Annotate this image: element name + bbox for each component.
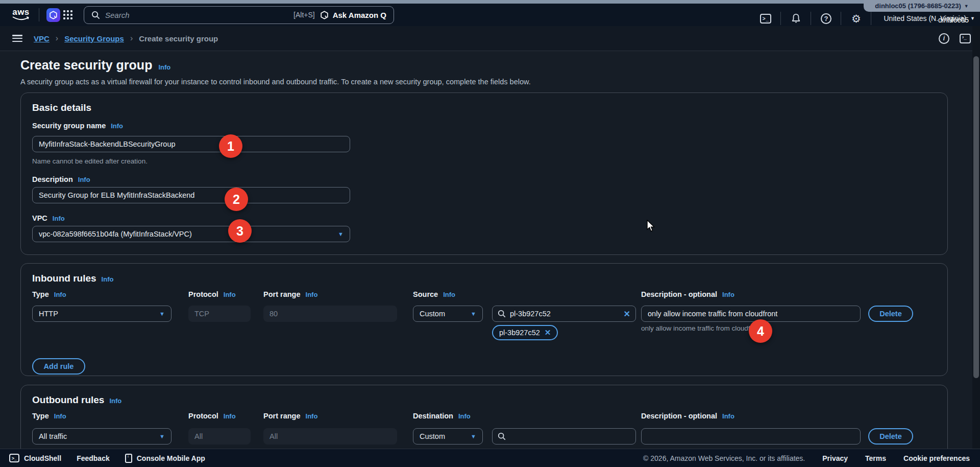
outbound-description-input[interactable] (641, 428, 861, 445)
chevron-right-icon: › (56, 34, 58, 43)
top-navigation: aws [ (0, 0, 980, 26)
page-title: Create security group (20, 58, 152, 73)
ask-amazon-q-button[interactable]: Ask Amazon Q (320, 11, 386, 19)
divider (780, 12, 781, 25)
mobile-app-icon (125, 454, 132, 463)
settings-gear-icon[interactable]: ⚙ (848, 11, 864, 26)
outbound-port-info-link[interactable]: Info (306, 412, 318, 420)
step-badge-3: 3 (228, 219, 252, 243)
amazon-q-icon (320, 11, 329, 19)
page-subtitle: A security group acts as a virtual firew… (20, 78, 531, 86)
step-badge-1: 1 (219, 134, 242, 158)
inbound-source-search[interactable]: ✕ (492, 306, 636, 322)
source-info-link[interactable]: Info (443, 291, 455, 298)
account-switcher-pill[interactable]: dinhloc05 (1796-8685-0223) ▼ (864, 0, 980, 12)
info-panel-icon[interactable]: i (939, 33, 949, 44)
vpc-select[interactable]: vpc-082a598f6651b04fa (MyfitInfraStack/V… (32, 226, 350, 242)
inbound-info-link[interactable]: Info (102, 275, 114, 283)
outbound-type-select[interactable]: All traffic ▼ (32, 428, 172, 445)
console-footer: >_ CloudShell Feedback Console Mobile Ap… (0, 449, 980, 467)
inbound-description-label: Description - optional (641, 290, 717, 298)
footer-console-mobile-app[interactable]: Console Mobile App (125, 454, 205, 463)
inbound-rules-card: Inbound rules Info Type Info Protocol In… (20, 263, 948, 376)
name-info-link[interactable]: Info (111, 122, 123, 130)
vertical-scrollbar[interactable] (972, 26, 980, 449)
inbound-source-input[interactable] (510, 310, 620, 318)
divider (841, 12, 841, 25)
outbound-port-field: All (263, 428, 397, 445)
outbound-desc-info-link[interactable]: Info (722, 412, 734, 420)
source-prefix-chip: pl-3b927c52 ✕ (492, 325, 558, 340)
notifications-bell-icon[interactable] (788, 11, 803, 26)
description-info-link[interactable]: Info (78, 176, 90, 183)
caret-down-icon: ▼ (471, 311, 476, 317)
global-search-bar[interactable]: [Alt+S] Ask Amazon Q (84, 6, 394, 24)
inbound-description-input[interactable] (641, 306, 861, 322)
outbound-port-label: Port range (263, 412, 301, 420)
protocol-info-link[interactable]: Info (224, 291, 236, 298)
description-input[interactable] (32, 187, 350, 203)
aws-logo[interactable]: aws (10, 9, 32, 21)
inbound-port-field: 80 (263, 306, 397, 322)
outbound-type-info-link[interactable]: Info (54, 412, 66, 420)
basic-details-card: Basic details Security group name Info N… (20, 92, 948, 255)
caret-down-icon: ▼ (338, 231, 344, 237)
outbound-type-label: Type (32, 412, 49, 420)
side-menu-toggle[interactable] (12, 35, 22, 42)
inbound-source-label: Source (413, 290, 438, 298)
security-group-name-label: Security group name (32, 122, 106, 130)
outbound-protocol-info-link[interactable]: Info (224, 412, 236, 420)
title-info-link[interactable]: Info (158, 63, 170, 71)
outbound-destination-search[interactable] (492, 428, 636, 445)
inbound-description-helper: only allow income traffic from cloudfron… (641, 324, 762, 332)
step-badge-2: 2 (225, 188, 248, 211)
port-info-link[interactable]: Info (306, 291, 318, 298)
inbound-source-mode-select[interactable]: Custom ▼ (413, 306, 483, 322)
help-icon[interactable]: ? (818, 11, 834, 26)
outbound-delete-button[interactable]: Delete (868, 428, 913, 445)
outbound-destination-input[interactable] (510, 432, 630, 440)
scrollbar-thumb[interactable] (973, 56, 979, 378)
outbound-info-link[interactable]: Info (109, 397, 121, 405)
breadcrumb-security-groups[interactable]: Security Groups (64, 34, 124, 43)
services-grid-icon[interactable] (63, 10, 72, 19)
amazon-q-app-icon[interactable] (46, 8, 60, 22)
description-label: Description (32, 175, 73, 183)
breadcrumb: VPC › Security Groups › Create security … (34, 34, 218, 43)
remove-chip-icon[interactable]: ✕ (545, 328, 551, 337)
privacy-link[interactable]: Privacy (822, 454, 848, 462)
search-icon (498, 310, 506, 318)
caret-down-icon: ▼ (471, 433, 476, 439)
inbound-desc-info-link[interactable]: Info (722, 291, 734, 298)
search-input[interactable] (105, 11, 288, 19)
profile-overlay-strip (0, 0, 980, 4)
name-help-text: Name cannot be edited after creation. (32, 157, 148, 165)
nav-username: dinhloc05 (938, 16, 969, 24)
step-badge-4: 4 (749, 319, 772, 343)
cookie-preferences-link[interactable]: Cookie preferences (903, 454, 970, 462)
inbound-type-select[interactable]: HTTP ▼ (32, 306, 172, 322)
inbound-delete-button[interactable]: Delete (868, 306, 913, 322)
caret-down-icon: ▼ (159, 311, 165, 317)
breadcrumb-vpc[interactable]: VPC (34, 34, 50, 43)
search-shortcut: [Alt+S] (293, 11, 315, 19)
cloudshell-split-icon[interactable] (960, 34, 971, 43)
add-rule-button[interactable]: Add rule (32, 358, 85, 375)
security-group-name-input[interactable] (32, 136, 350, 152)
outbound-description-label: Description - optional (641, 412, 717, 420)
inbound-protocol-label: Protocol (188, 290, 218, 298)
inbound-protocol-field: TCP (188, 306, 251, 322)
outbound-destination-mode-select[interactable]: Custom ▼ (413, 428, 483, 445)
caret-down-icon: ▼ (964, 4, 969, 9)
type-info-link[interactable]: Info (54, 291, 66, 298)
cloudshell-icon[interactable]: >_ (758, 11, 773, 26)
destination-info-link[interactable]: Info (458, 412, 471, 420)
inbound-rules-heading: Inbound rules (32, 273, 96, 284)
vpc-info-link[interactable]: Info (53, 215, 65, 222)
aws-console-screen: dinhloc05 (1796-8685-0223) ▼ aws (0, 0, 980, 467)
footer-cloudshell-button[interactable]: >_ CloudShell (9, 454, 61, 462)
footer-feedback-button[interactable]: Feedback (77, 454, 110, 462)
divider (871, 12, 871, 25)
clear-source-icon[interactable]: ✕ (624, 309, 630, 319)
terms-link[interactable]: Terms (865, 454, 886, 462)
